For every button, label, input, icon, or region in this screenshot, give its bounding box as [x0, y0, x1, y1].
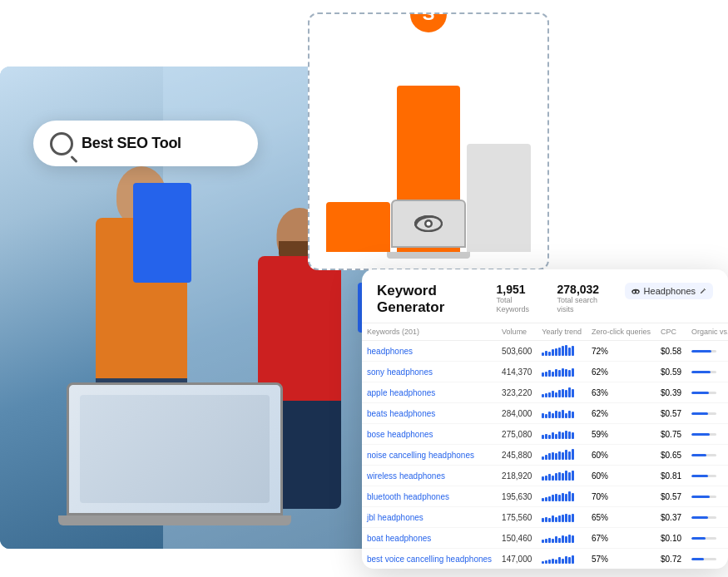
keyword-link[interactable]: best voice cancelling headphones [367, 555, 492, 564]
keyword-link[interactable]: apple headphones [367, 388, 435, 397]
trend-bar [542, 413, 544, 419]
trend-bar [568, 411, 571, 418]
keyword-cell[interactable]: best voice cancelling headphones [362, 549, 497, 570]
keyword-cell[interactable]: wireless headphones [362, 466, 497, 486]
keyword-cell[interactable]: noise cancelling headphones [362, 445, 497, 466]
cpc-cell: $0.65 [656, 445, 686, 466]
trend-bar [562, 389, 564, 397]
organic-line [691, 454, 716, 456]
table-row: best voice cancelling headphones147,0005… [362, 549, 728, 570]
trend-bar [552, 539, 554, 543]
keyword-cell[interactable]: sony headphones [362, 362, 497, 382]
trend-bar [552, 391, 554, 397]
edit-icon[interactable] [700, 288, 706, 294]
zero-click-cell: 60% [587, 466, 656, 486]
cpc-cell: $0.57 [656, 486, 686, 507]
keyword-cell[interactable]: headphones [362, 341, 497, 362]
trend-bar [558, 557, 561, 564]
keyword-link[interactable]: bluetooth headphones [367, 492, 449, 501]
trend-bar [572, 471, 574, 481]
organic-fill [691, 537, 706, 540]
trend-bar [565, 369, 567, 377]
trend-bar [562, 432, 564, 439]
zero-click-cell: 62% [587, 403, 656, 424]
keyword-table: Keywords (201)VolumeYearly trendZero-cli… [362, 323, 728, 569]
trend-bar [545, 455, 547, 461]
keyword-cell[interactable]: bluetooth headphones [362, 486, 497, 507]
trend-bar [545, 560, 547, 564]
trend-bar [555, 473, 557, 481]
zero-click-cell: 59% [587, 424, 656, 445]
trend-cell [537, 486, 587, 507]
trend-bar [568, 432, 571, 439]
organic-line [691, 558, 716, 560]
keyword-link[interactable]: jbl headphones [367, 513, 423, 522]
cpc-cell: $0.59 [656, 362, 686, 382]
trend-bar [552, 372, 554, 377]
organic-vs-paid-cell [686, 528, 728, 549]
keyword-link[interactable]: wireless headphones [367, 471, 445, 481]
search-icon [50, 132, 73, 155]
trend-bar [542, 353, 544, 356]
keyword-link[interactable]: sony headphones [367, 367, 433, 377]
organic-fill [691, 516, 708, 519]
trend-cell [537, 403, 587, 424]
keyword-cell[interactable]: bose headphones [362, 424, 497, 445]
trend-bar [572, 432, 574, 439]
total-keywords-number: 1,951 [496, 283, 537, 296]
keyword-link[interactable]: headphones [367, 347, 413, 356]
table-row: sony headphones414,37062%$0.59sony.com [362, 362, 728, 382]
search-chip[interactable]: Headphones [625, 283, 713, 299]
trend-bar [542, 498, 544, 501]
keyword-title: Keyword Generator [377, 283, 496, 316]
volume-cell: 245,880 [497, 445, 537, 466]
search-chip-text: Headphones [644, 286, 696, 296]
trend-bar [552, 495, 554, 501]
volume-cell: 150,460 [497, 528, 537, 549]
keyword-link[interactable]: bose headphones [367, 430, 433, 439]
table-row: bluetooth headphones195,63070%$0.57amazo… [362, 486, 728, 507]
keyword-link[interactable]: noise cancelling headphones [367, 451, 474, 460]
trend-bar [555, 536, 557, 543]
trend-bar [572, 493, 574, 501]
headphones-icon [631, 287, 640, 295]
keyword-cell[interactable]: beats headphones [362, 403, 497, 424]
volume-cell: 195,630 [497, 486, 537, 507]
trend-bar [568, 451, 571, 460]
organic-vs-paid-cell [686, 403, 728, 424]
keyword-link[interactable]: beats headphones [367, 409, 435, 418]
table-row: beats headphones284,00062%$0.57beatsbydr… [362, 403, 728, 424]
trend-cell [537, 445, 587, 466]
trend-bar [558, 412, 561, 418]
trend-bar [555, 494, 557, 501]
trend-cell [537, 382, 587, 403]
trend-bar [555, 411, 557, 418]
trend-bar [545, 539, 547, 543]
keyword-cell[interactable]: apple headphones [362, 382, 497, 403]
keyword-link[interactable]: boat headphones [367, 534, 431, 543]
trend-bar [548, 474, 551, 481]
trend-bar [558, 348, 561, 356]
trend-cell [537, 528, 587, 549]
search-bar[interactable]: Best SEO Tool [33, 121, 258, 166]
col-header-4: CPC [656, 323, 686, 341]
organic-vs-paid-cell [686, 466, 728, 486]
table-row: wireless headphones218,92060%$0.81themer… [362, 466, 728, 486]
eye-icon [414, 215, 443, 232]
zero-click-cell: 67% [587, 528, 656, 549]
keyword-cell[interactable]: jbl headphones [362, 507, 497, 528]
keyword-header: Keyword Generator 1,951 Total Keywords 2… [362, 269, 728, 323]
organic-line [691, 537, 716, 540]
keyword-title-block: Keyword Generator [377, 283, 496, 316]
organic-fill [691, 558, 704, 560]
organic-line [691, 433, 716, 436]
trend-bar [555, 517, 557, 523]
trend-bar [555, 369, 557, 377]
stat-total-keywords: 1,951 Total Keywords [496, 283, 537, 314]
trend-bar [552, 559, 554, 565]
trend-cell [537, 341, 587, 362]
keyword-stats: 1,951 Total Keywords 278,032 Total searc… [496, 283, 713, 314]
keyword-cell[interactable]: boat headphones [362, 528, 497, 549]
trend-bar [548, 518, 551, 522]
trend-bar [565, 514, 567, 522]
